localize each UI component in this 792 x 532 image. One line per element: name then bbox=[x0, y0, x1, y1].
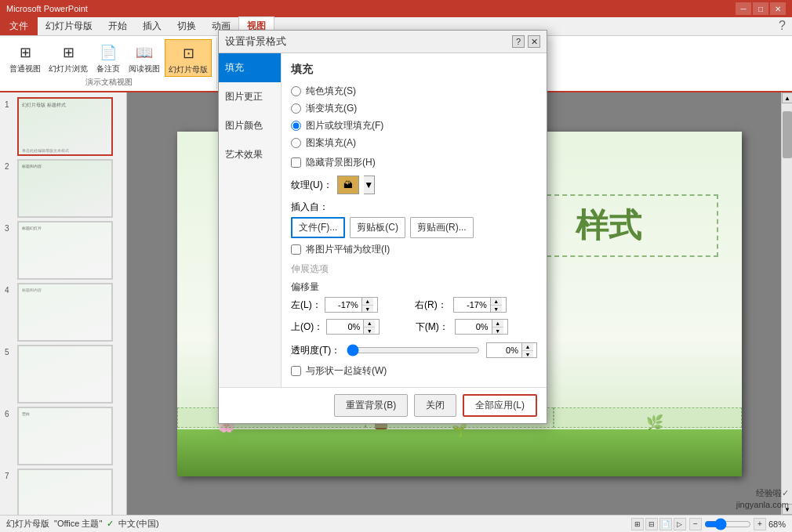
status-left: 幻灯片母版 "Office 主题" ✓ 中文(中国) bbox=[6, 518, 159, 530]
dialog-sidebar: 填充 图片更正 图片颜色 艺术效果 bbox=[219, 53, 282, 387]
rotate-checkbox-input[interactable] bbox=[291, 366, 301, 376]
rotate-checkbox[interactable]: 与形状一起旋转(W) bbox=[291, 364, 537, 378]
radio-picture-input[interactable] bbox=[291, 121, 301, 131]
title-bar: Microsoft PowerPoint ─ □ ✕ bbox=[0, 0, 792, 17]
app-title: Microsoft PowerPoint bbox=[6, 4, 88, 13]
scroll-track bbox=[782, 103, 792, 504]
slide-thumb-6[interactable]: 空白 bbox=[17, 407, 113, 465]
tile-checkbox-input[interactable] bbox=[291, 244, 301, 255]
slideshow-btn[interactable]: ▷ bbox=[674, 518, 686, 530]
left-spin-up[interactable]: ▲ bbox=[362, 298, 373, 305]
tab-slidemaster[interactable]: 幻灯片母版 bbox=[38, 16, 100, 35]
btn-normal-view[interactable]: ⊞ 普通视图 bbox=[6, 39, 44, 75]
slide-thumb-4[interactable]: 标题和内容 bbox=[17, 283, 113, 342]
right-spin-up[interactable]: ▲ bbox=[491, 298, 502, 305]
reset-bg-btn[interactable]: 重置背景(B) bbox=[334, 394, 408, 417]
sidebar-item-picture-correction[interactable]: 图片更正 bbox=[219, 82, 281, 111]
close-dialog-btn[interactable]: 关闭 bbox=[414, 394, 456, 417]
left-offset-label: 左(L)： bbox=[291, 299, 322, 312]
hide-bg-shapes-checkbox[interactable]: 隐藏背景图形(H) bbox=[291, 156, 537, 169]
transparency-row: 透明度(T)： ▲ ▼ bbox=[291, 342, 537, 358]
apply-all-btn[interactable]: 全部应用(L) bbox=[463, 394, 537, 417]
zoom-out-btn[interactable]: − bbox=[689, 518, 702, 530]
left-offset-field[interactable] bbox=[325, 299, 361, 311]
tab-transition[interactable]: 切换 bbox=[169, 16, 204, 35]
slide-master-label: 幻灯片母版 bbox=[6, 518, 49, 530]
watermark: 经验啦✓jingyanla.com bbox=[736, 487, 789, 510]
sidebar-item-artistic-effect[interactable]: 艺术效果 bbox=[219, 140, 281, 169]
right-offset-field[interactable] bbox=[454, 299, 490, 311]
scroll-thumb[interactable] bbox=[783, 111, 792, 158]
slide-num-1: 1 bbox=[5, 100, 9, 109]
transparency-field[interactable] bbox=[487, 344, 521, 356]
right-spin-down[interactable]: ▼ bbox=[491, 305, 502, 312]
slide-thumb-wrapper-4: 4 标题和内容 bbox=[17, 283, 112, 342]
transparency-label: 透明度(T)： bbox=[291, 344, 340, 357]
tab-insert[interactable]: 插入 bbox=[135, 16, 169, 35]
slide-thumb-3[interactable]: 标题幻灯片 bbox=[17, 221, 113, 280]
transparency-input-box: ▲ ▼ bbox=[486, 342, 537, 358]
hide-bg-checkbox-input[interactable] bbox=[291, 157, 301, 168]
left-spin-down[interactable]: ▼ bbox=[362, 305, 373, 312]
trans-spin-down[interactable]: ▼ bbox=[522, 350, 533, 357]
top-offset-field[interactable] bbox=[327, 320, 363, 333]
sidebar-item-picture-color[interactable]: 图片颜色 bbox=[219, 111, 281, 140]
radio-gradient-input[interactable] bbox=[291, 103, 301, 114]
right-offset-input: ▲ ▼ bbox=[453, 297, 507, 313]
dialog-main-panel: 填充 纯色填充(S) 渐变填充(G) 图片或纹理填充(F) bbox=[282, 53, 547, 387]
slide-thumb-wrapper-6: 6 空白 bbox=[17, 407, 112, 465]
slide-thumb-5[interactable] bbox=[17, 345, 113, 404]
scroll-up-btn[interactable]: ▲ bbox=[782, 92, 792, 103]
texture-icon[interactable]: 🏔 bbox=[337, 176, 359, 194]
app-wrapper: Microsoft PowerPoint ─ □ ✕ 文件 幻灯片母版 开始 插… bbox=[0, 0, 792, 532]
tab-file[interactable]: 文件 bbox=[0, 16, 38, 35]
top-offset-input: ▲ ▼ bbox=[326, 319, 380, 335]
transparency-slider[interactable] bbox=[347, 344, 480, 356]
rotate-label: 与形状一起旋转(W) bbox=[306, 364, 387, 378]
sidebar-item-fill[interactable]: 填充 bbox=[219, 53, 281, 82]
slide-thumb-7[interactable] bbox=[17, 469, 113, 515]
insert-file-btn[interactable]: 文件(F)... bbox=[291, 217, 345, 238]
slide-thumb-2[interactable]: 标题和内容 bbox=[17, 159, 113, 218]
offset-grid: 左(L)： ▲ ▼ 右(R)： ▲ ▼ bbox=[291, 297, 537, 313]
btn-notes-page[interactable]: 📄 备注页 bbox=[93, 39, 124, 75]
reading-view-btn[interactable]: 📄 bbox=[659, 518, 672, 530]
help-icon[interactable]: ? bbox=[772, 16, 792, 35]
bottom-spin-up[interactable]: ▲ bbox=[492, 320, 503, 327]
close-app-btn[interactable]: ✕ bbox=[770, 2, 786, 15]
insert-clipart-btn[interactable]: 剪贴画(R)... bbox=[410, 217, 474, 238]
zoom-slider[interactable] bbox=[704, 519, 751, 529]
bottom-spin-down[interactable]: ▼ bbox=[492, 327, 503, 334]
tile-checkbox[interactable]: 将图片平铺为纹理(I) bbox=[291, 243, 537, 256]
dialog-section-title: 填充 bbox=[291, 63, 537, 77]
btn-slide-sorter[interactable]: ⊞ 幻灯片浏览 bbox=[45, 39, 91, 75]
sorter-view-btn[interactable]: ⊟ bbox=[645, 518, 658, 530]
bottom-offset-field[interactable] bbox=[456, 320, 492, 333]
texture-label: 纹理(U)： bbox=[291, 179, 332, 192]
tab-home[interactable]: 开始 bbox=[100, 16, 135, 35]
texture-dropdown-btn[interactable]: ▼ bbox=[364, 176, 375, 194]
radio-picture-fill[interactable]: 图片或纹理填充(F) bbox=[291, 119, 537, 132]
dialog-help-btn[interactable]: ? bbox=[512, 35, 525, 48]
maximize-btn[interactable]: □ bbox=[753, 2, 768, 15]
left-spin: ▲ ▼ bbox=[361, 298, 373, 312]
radio-gradient-fill[interactable]: 渐变填充(G) bbox=[291, 102, 537, 115]
dialog-close-x-btn[interactable]: ✕ bbox=[528, 35, 540, 48]
radio-solid-input[interactable] bbox=[291, 86, 301, 96]
top-spin-up[interactable]: ▲ bbox=[364, 320, 375, 327]
view-group-label: 演示文稿视图 bbox=[6, 77, 212, 88]
radio-pattern-input[interactable] bbox=[291, 138, 301, 148]
radio-solid-fill[interactable]: 纯色填充(S) bbox=[291, 85, 537, 98]
btn-slide-master[interactable]: ⊡ 幻灯片母版 bbox=[165, 39, 212, 77]
normal-view-btn[interactable]: ⊞ bbox=[631, 518, 644, 530]
top-spin-down[interactable]: ▼ bbox=[364, 327, 375, 334]
status-right: ⊞ ⊟ 📄 ▷ − + 68% bbox=[631, 518, 786, 530]
slide-thumb-1[interactable]: 幻灯片母版 标题样式 单击此处编辑母版文本样式 bbox=[17, 97, 113, 156]
insert-clipboard-btn[interactable]: 剪贴板(C) bbox=[350, 217, 405, 238]
radio-pattern-fill[interactable]: 图案填充(A) bbox=[291, 136, 537, 150]
minimize-btn[interactable]: ─ bbox=[736, 2, 751, 15]
btn-reading-view[interactable]: 📖 阅读视图 bbox=[125, 39, 163, 75]
zoom-in-btn[interactable]: + bbox=[754, 518, 766, 530]
right-spin: ▲ ▼ bbox=[490, 298, 502, 312]
trans-spin-up[interactable]: ▲ bbox=[522, 343, 533, 350]
